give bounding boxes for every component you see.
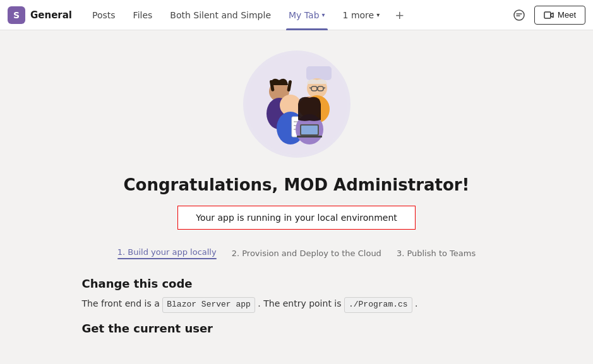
- illustration: [243, 50, 350, 158]
- team-illustration: [246, 54, 347, 155]
- change-code-title: Change this code: [82, 277, 512, 290]
- chat-icon: [513, 9, 525, 21]
- congratulations-title: Congratulations, MOD Administrator!: [124, 175, 470, 194]
- tab-posts[interactable]: Posts: [85, 0, 123, 30]
- tab-both-silent[interactable]: Both Silent and Simple: [162, 0, 279, 30]
- step-1[interactable]: 1. Build your app locally: [117, 247, 217, 259]
- svg-line-13: [309, 88, 311, 88]
- tab-files[interactable]: Files: [126, 0, 160, 30]
- main-content: Congratulations, MOD Administrator! Your…: [0, 30, 593, 364]
- svg-line-14: [323, 88, 325, 88]
- steps-row: 1. Build your app locally 2. Provision a…: [117, 247, 476, 259]
- change-code-middle: . The entry point is: [258, 298, 341, 308]
- change-code-text: The front end is a Blazor Server app . T…: [82, 296, 512, 313]
- meet-label: Meet: [558, 10, 576, 20]
- svg-rect-25: [297, 136, 322, 138]
- get-user-title: Get the current user: [82, 322, 512, 335]
- change-code-prefix: The front end is a: [82, 298, 160, 308]
- step-3[interactable]: 3. Publish to Teams: [397, 249, 476, 258]
- tab-posts-label: Posts: [92, 10, 116, 20]
- meet-button[interactable]: Meet: [534, 6, 585, 25]
- tab-more[interactable]: 1 more ▾: [335, 0, 388, 30]
- svg-rect-24: [301, 126, 318, 134]
- change-code-section: Change this code The front end is a Blaz…: [82, 277, 512, 335]
- top-nav: S General Posts Files Both Silent and Si…: [0, 0, 593, 30]
- chevron-down-icon-more: ▾: [376, 11, 380, 18]
- change-code-suffix: .: [415, 298, 417, 308]
- program-badge: ./Program.cs: [344, 297, 412, 313]
- tab-my-tab[interactable]: My Tab ▾: [281, 0, 333, 30]
- svg-point-0: [514, 10, 524, 20]
- chat-icon-button[interactable]: [509, 5, 529, 25]
- add-tab-button[interactable]: +: [390, 0, 409, 30]
- chevron-down-icon: ▾: [322, 11, 325, 18]
- app-icon: S: [8, 6, 25, 24]
- tab-my-tab-label: My Tab: [289, 10, 320, 20]
- step-2[interactable]: 2. Provision and Deploy to the Cloud: [232, 249, 381, 258]
- status-box: Your app is running in your local enviro…: [177, 206, 416, 230]
- svg-rect-3: [306, 66, 332, 80]
- tab-more-label: 1 more: [343, 10, 374, 20]
- camera-icon: [544, 10, 554, 20]
- blazor-badge: Blazor Server app: [162, 297, 255, 313]
- tab-both-silent-label: Both Silent and Simple: [170, 10, 271, 20]
- tab-files-label: Files: [133, 10, 153, 20]
- nav-actions: Meet: [509, 5, 585, 25]
- channel-name: General: [30, 9, 72, 21]
- svg-rect-1: [544, 12, 551, 18]
- status-text: Your app is running in your local enviro…: [196, 213, 397, 223]
